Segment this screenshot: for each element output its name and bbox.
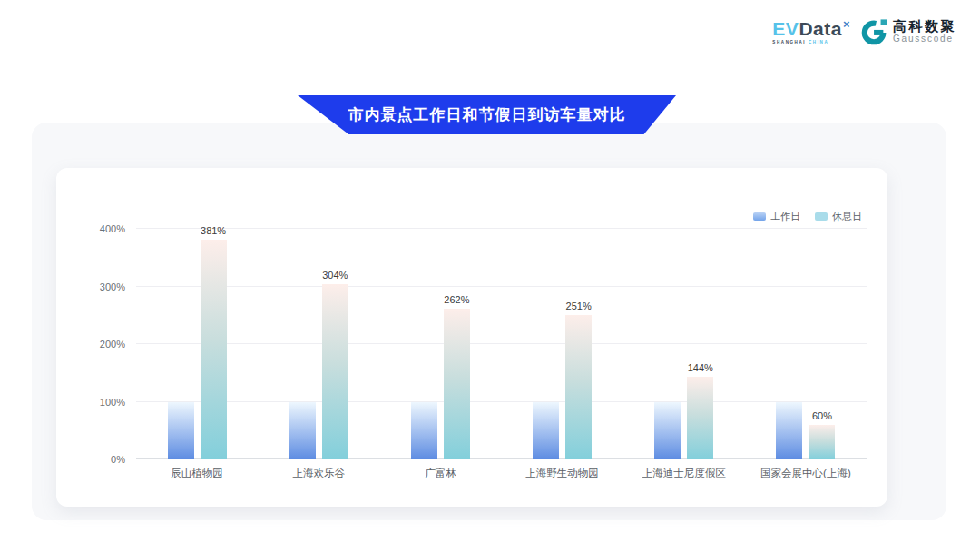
bar-pair: 304% bbox=[289, 229, 348, 459]
bar-group: 144% bbox=[623, 229, 745, 459]
bar-value-label: 262% bbox=[444, 294, 469, 305]
bar-pair: 262% bbox=[411, 229, 470, 459]
chart-panel: 工作日休息日 0%100%200%300%400%381%304%262%251… bbox=[32, 123, 946, 520]
bar-restday: 251% bbox=[565, 315, 592, 459]
chart-card: 工作日休息日 0%100%200%300%400%381%304%262%251… bbox=[56, 168, 887, 507]
y-axis-tick: 300% bbox=[100, 281, 125, 292]
bar-workday bbox=[411, 402, 437, 460]
x-axis-labels: 辰山植物园上海欢乐谷广富林上海野生动物园上海迪士尼度假区国家会展中心(上海) bbox=[136, 467, 867, 480]
y-axis-tick: 200% bbox=[100, 339, 125, 350]
bar-restday: 262% bbox=[444, 309, 470, 459]
x-axis-label: 广富林 bbox=[379, 467, 501, 480]
evdata-data-text: Data bbox=[799, 18, 842, 39]
bar-pair: 381% bbox=[168, 229, 227, 459]
bar-value-label: 144% bbox=[688, 362, 713, 373]
legend-label: 工作日 bbox=[770, 210, 800, 223]
bar-group: 60% bbox=[745, 229, 867, 459]
legend-label: 休息日 bbox=[832, 210, 862, 223]
x-axis-label: 上海欢乐谷 bbox=[258, 467, 379, 480]
gausscode-logo: 高科数聚 Gausscode bbox=[861, 18, 956, 45]
bar-value-label: 381% bbox=[201, 225, 226, 236]
bar-pair: 60% bbox=[776, 229, 835, 459]
x-axis-label: 上海迪士尼度假区 bbox=[623, 467, 745, 480]
chart-title-banner: 市内景点工作日和节假日到访车量对比 bbox=[298, 95, 676, 134]
bar-value-label: 304% bbox=[322, 270, 348, 281]
legend-item-restday[interactable]: 休息日 bbox=[815, 210, 862, 223]
y-axis-tick: 0% bbox=[111, 454, 125, 465]
bar-group: 262% bbox=[379, 229, 501, 459]
bar-workday bbox=[533, 402, 559, 460]
bar-groups: 381%304%262%251%144%60% bbox=[136, 229, 867, 459]
bar-workday bbox=[776, 402, 802, 460]
bar-restday: 60% bbox=[808, 425, 835, 459]
page: EVData× SHANGHAI CHINA 高科数聚 Gausscode 市内… bbox=[0, 0, 980, 552]
legend-swatch-icon bbox=[753, 212, 766, 221]
evdata-logo-text: EVData× bbox=[772, 18, 850, 38]
gausscode-cn-name: 高科数聚 bbox=[893, 19, 956, 34]
gausscode-g-icon bbox=[861, 18, 888, 45]
legend-swatch-icon bbox=[815, 212, 828, 221]
bar-group: 381% bbox=[136, 229, 258, 459]
bar-group: 251% bbox=[502, 229, 623, 459]
evdata-logo-subtext: SHANGHAI CHINA bbox=[772, 41, 850, 45]
gausscode-en-name: Gausscode bbox=[893, 34, 956, 44]
bar-value-label: 251% bbox=[566, 301, 592, 311]
y-axis-tick: 100% bbox=[100, 397, 125, 408]
chart-plot: 0%100%200%300%400%381%304%262%251%144%60… bbox=[136, 229, 867, 459]
bar-workday bbox=[654, 402, 681, 460]
x-axis-label: 上海野生动物园 bbox=[502, 467, 623, 480]
chart-title: 市内景点工作日和节假日到访车量对比 bbox=[348, 104, 626, 125]
bar-restday: 144% bbox=[687, 377, 713, 459]
bar-pair: 144% bbox=[654, 229, 713, 459]
chart-legend: 工作日休息日 bbox=[753, 210, 862, 223]
bar-restday: 304% bbox=[322, 284, 348, 459]
evdata-logo: EVData× SHANGHAI CHINA bbox=[772, 18, 850, 45]
bar-workday bbox=[168, 402, 194, 460]
bar-workday bbox=[289, 402, 316, 460]
x-axis-label: 辰山植物园 bbox=[136, 467, 258, 480]
gausscode-text: 高科数聚 Gausscode bbox=[893, 19, 956, 45]
bar-pair: 251% bbox=[533, 229, 592, 459]
y-axis-tick: 400% bbox=[100, 223, 125, 234]
bar-restday: 381% bbox=[201, 240, 227, 459]
x-axis-label: 国家会展中心(上海) bbox=[745, 467, 867, 480]
legend-item-workday[interactable]: 工作日 bbox=[753, 210, 800, 223]
header-logos: EVData× SHANGHAI CHINA 高科数聚 Gausscode bbox=[772, 18, 956, 45]
evdata-ev-text: EV bbox=[772, 18, 799, 39]
bar-group: 304% bbox=[258, 229, 379, 459]
bar-value-label: 60% bbox=[812, 410, 832, 421]
evdata-x-mark: × bbox=[843, 17, 850, 31]
